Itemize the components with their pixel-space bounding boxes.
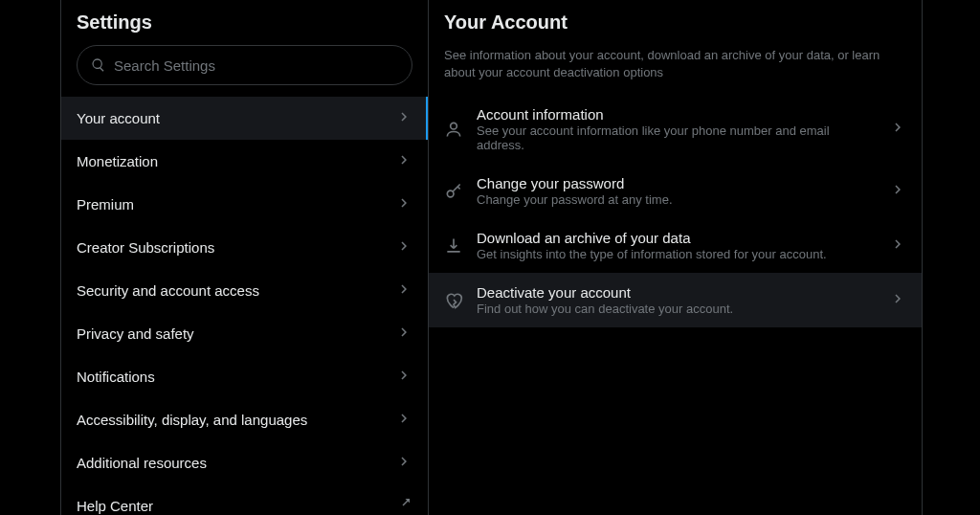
option-subtitle: Get insights into the type of informatio… [477,247,876,261]
nav-item-creator-subscriptions[interactable]: Creator Subscriptions [61,226,428,269]
nav-item-premium[interactable]: Premium [61,183,428,226]
nav-item-monetization[interactable]: Monetization [61,140,428,183]
nav-item-label: Premium [77,196,134,213]
chevron-right-icon [395,237,412,258]
nav-item-privacy-and-safety[interactable]: Privacy and safety [61,312,428,355]
search-box[interactable] [77,45,412,85]
chevron-right-icon [889,119,906,140]
option-account-information[interactable]: Account informationSee your account info… [429,95,922,164]
chevron-right-icon [395,194,412,214]
search-icon [91,57,106,73]
chevron-right-icon [395,367,412,387]
nav-item-label: Notifications [77,369,155,385]
option-text: Change your passwordChange your password… [477,175,876,207]
svg-point-0 [451,123,457,130]
nav-item-your-account[interactable]: Your account [61,97,428,140]
detail-column: Your Account See information about your … [429,0,923,515]
chevron-right-icon [395,108,412,128]
chevron-right-icon [395,324,412,344]
nav-item-label: Additional resources [77,455,207,471]
download-icon [444,236,463,256]
option-deactivate-your-account[interactable]: Deactivate your accountFind out how you … [429,273,922,327]
search-input[interactable] [114,57,398,74]
nav-item-label: Monetization [77,153,158,169]
option-subtitle: See your account information like your p… [477,123,876,152]
nav-item-help-center[interactable]: Help Center [61,484,428,515]
right-gutter [923,0,980,515]
nav-item-label: Creator Subscriptions [77,239,214,256]
user-icon [444,120,463,139]
detail-title: Your Account [444,11,906,34]
settings-title: Settings [77,11,412,34]
option-subtitle: Find out how you can deactivate your acc… [477,302,876,316]
option-title: Download an archive of your data [477,230,876,246]
search-container [61,37,428,97]
option-subtitle: Change your password at any time. [477,192,876,207]
chevron-right-icon [395,151,412,171]
left-gutter [0,0,61,515]
key-icon [444,182,463,201]
nav-item-label: Your account [77,110,160,126]
option-change-your-password[interactable]: Change your passwordChange your password… [429,164,922,218]
nav-item-accessibility-display-and-languages[interactable]: Accessibility, display, and languages [61,398,428,441]
chevron-right-icon [889,181,906,202]
settings-header: Settings [61,0,428,37]
nav-item-label: Security and account access [77,282,259,299]
chevron-right-icon [889,235,906,257]
option-text: Download an archive of your dataGet insi… [477,230,876,261]
option-download-an-archive-of-your-data[interactable]: Download an archive of your dataGet insi… [429,218,922,273]
chevron-right-icon [395,280,412,301]
settings-column: Settings Your accountMonetizationPremium… [61,0,429,515]
detail-description: See information about your account, down… [429,37,922,95]
nav-item-notifications[interactable]: Notifications [61,355,428,398]
option-title: Account information [477,106,876,123]
nav-item-label: Privacy and safety [77,325,194,342]
heart-broken-icon [444,291,463,310]
external-link-icon [395,496,412,515]
chevron-right-icon [889,290,906,311]
settings-nav-list: Your accountMonetizationPremiumCreator S… [61,97,428,515]
nav-item-label: Help Center [77,498,153,514]
nav-item-additional-resources[interactable]: Additional resources [61,441,428,484]
nav-item-label: Accessibility, display, and languages [77,412,307,428]
svg-point-1 [447,190,454,197]
option-text: Deactivate your accountFind out how you … [477,284,876,316]
option-text: Account informationSee your account info… [477,106,876,152]
option-title: Deactivate your account [477,284,876,301]
chevron-right-icon [395,410,412,430]
detail-header: Your Account [429,0,922,37]
option-title: Change your password [477,175,876,191]
detail-option-list: Account informationSee your account info… [429,95,922,327]
nav-item-security-and-account-access[interactable]: Security and account access [61,269,428,312]
chevron-right-icon [395,453,412,473]
